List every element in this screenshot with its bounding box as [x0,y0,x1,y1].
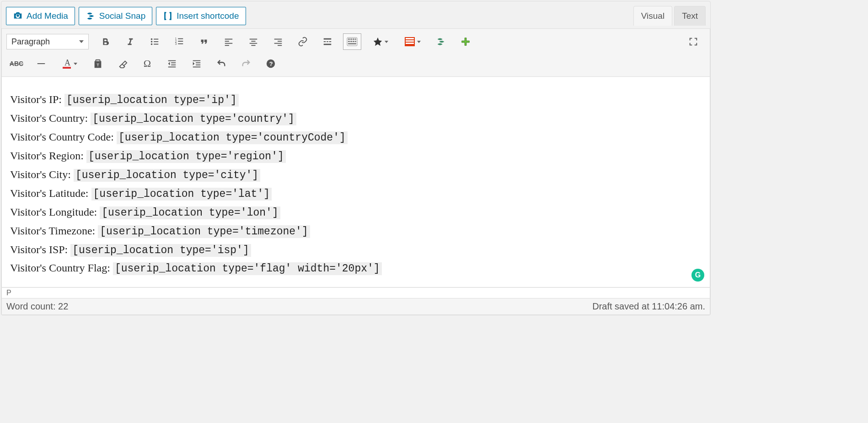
svg-rect-10 [178,41,183,42]
content-line[interactable]: Visitor's ISP: [userip_location type='is… [10,241,702,260]
svg-rect-35 [350,41,352,42]
indent-button[interactable] [188,55,206,72]
bold-button[interactable] [96,33,114,50]
blockquote-icon [199,37,209,47]
indent-icon [192,59,202,69]
add-media-button[interactable]: Add Media [6,7,75,25]
add-element-button[interactable] [456,33,475,50]
svg-rect-27 [329,41,332,42]
content-line-shortcode: [userip_location type='region'] [86,150,286,163]
insert-link-button[interactable] [294,33,312,50]
svg-rect-34 [348,41,350,42]
horizontal-rule-button[interactable] [32,55,50,72]
svg-text:T: T [96,63,99,67]
text-color-button[interactable]: A [57,55,82,72]
read-more-button[interactable] [318,33,337,50]
svg-rect-23 [278,45,282,46]
align-left-icon [224,37,234,47]
svg-rect-5 [154,44,158,45]
tab-visual[interactable]: Visual [633,6,672,26]
align-right-button[interactable] [269,33,287,50]
content-line[interactable]: Visitor's Country Code: [userip_location… [10,128,702,147]
svg-point-2 [151,43,153,45]
svg-rect-31 [350,38,352,40]
svg-rect-53 [196,65,200,65]
social-snap-toolbar-button[interactable] [432,33,450,50]
horizontal-rule-icon [36,59,46,69]
align-center-button[interactable] [244,33,263,50]
svg-rect-21 [278,41,282,42]
content-line[interactable]: Visitor's IP: [userip_location type='ip'… [10,91,702,109]
italic-button[interactable] [121,33,139,50]
format-select-value: Paragraph [11,37,50,47]
clear-format-icon [118,59,128,69]
fullscreen-icon [688,37,698,47]
align-left-button[interactable] [220,33,238,50]
content-line[interactable]: Visitor's Latitude: [userip_location typ… [10,184,702,203]
content-line-label: Visitor's Country Flag: [10,262,113,274]
toolbar-toggle-button[interactable] [343,33,361,50]
social-snap-label: Social Snap [99,11,145,20]
paste-text-button[interactable]: T [89,55,107,72]
chevron-down-icon [417,41,421,43]
help-button[interactable]: ? [262,55,280,72]
content-line-label: Visitor's Country Code: [10,131,117,143]
content-line[interactable]: Visitor's Longitude: [userip_location ty… [10,203,702,222]
undo-button[interactable] [212,55,230,72]
content-line[interactable]: Visitor's Country Flag: [userip_location… [10,259,702,278]
outdent-button[interactable] [163,55,181,72]
tab-text[interactable]: Text [674,6,706,26]
read-more-icon [322,37,332,47]
link-icon [298,37,308,47]
content-line[interactable]: Visitor's Country: [userip_location type… [10,109,702,128]
special-char-button[interactable]: Ω [138,55,156,72]
redo-button[interactable] [237,55,255,72]
content-line-label: Visitor's ISP: [10,244,70,255]
svg-rect-15 [225,45,229,46]
top-action-bar: Add Media Social Snap Insert shortcode V… [1,1,710,26]
star-dropdown-button[interactable] [368,33,393,50]
strikethrough-icon: ABC [10,60,23,67]
unordered-list-button[interactable] [145,33,164,50]
grid-shortcode-button[interactable] [400,33,425,50]
format-select[interactable]: Paragraph [6,34,89,49]
social-snap-button[interactable]: Social Snap [79,7,152,25]
fullscreen-button[interactable] [684,33,702,50]
content-line[interactable]: Visitor's Timezone: [userip_location typ… [10,222,702,241]
svg-rect-50 [168,66,176,67]
svg-rect-32 [353,38,354,40]
svg-text:3: 3 [175,42,177,45]
italic-icon [125,37,135,47]
ordered-list-button[interactable]: 123 [170,33,188,50]
editor-content[interactable]: Visitor's IP: [userip_location type='ip'… [1,77,710,287]
svg-rect-9 [178,38,183,39]
svg-rect-37 [355,41,356,42]
content-line-label: Visitor's Longitude: [10,206,100,218]
svg-point-0 [151,38,153,40]
svg-rect-25 [324,41,326,42]
element-path[interactable]: P [1,287,710,298]
content-line-shortcode: [userip_location type='timezone'] [98,225,310,238]
content-line-shortcode: [userip_location type='ip'] [64,94,239,107]
blockquote-button[interactable] [195,33,213,50]
content-line[interactable]: Visitor's City: [userip_location type='c… [10,166,702,184]
grammarly-badge[interactable]: G [691,269,704,282]
add-plus-icon [461,37,471,47]
svg-rect-43 [38,63,45,64]
word-count: Word count: 22 [6,301,68,312]
text-color-icon: A [62,58,72,69]
content-line-shortcode: [userip_location type='countryCode'] [117,131,348,144]
content-line-label: Visitor's Latitude: [10,187,91,199]
clear-format-button[interactable] [113,55,132,72]
chevron-down-icon [385,41,388,43]
content-line-shortcode: [userip_location type='isp'] [70,244,251,257]
special-char-icon: Ω [144,58,151,70]
svg-rect-14 [225,43,233,44]
paste-text-icon: T [93,59,103,69]
strikethrough-button[interactable]: ABC [7,55,26,72]
svg-rect-54 [193,66,201,67]
content-line-label: Visitor's City: [10,168,74,180]
insert-shortcode-button[interactable]: Insert shortcode [156,7,246,25]
content-line-shortcode: [userip_location type='city'] [74,169,260,182]
content-line[interactable]: Visitor's Region: [userip_location type=… [10,147,702,166]
